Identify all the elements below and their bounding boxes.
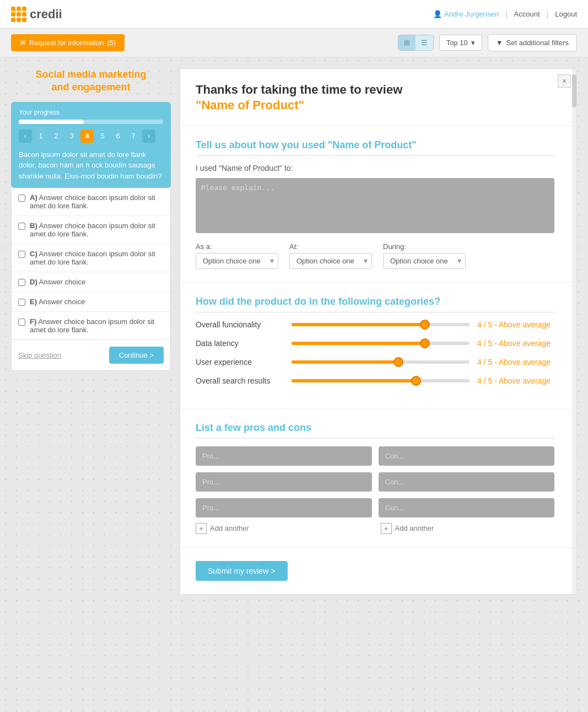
prev-page-button[interactable]: ‹ bbox=[19, 130, 32, 143]
filter-button[interactable]: ▼ Set additional filters bbox=[488, 34, 577, 51]
main-content: × Thanks for taking the time to review "… bbox=[180, 68, 577, 595]
list-view-button[interactable]: ☰ bbox=[416, 35, 433, 50]
top-select[interactable]: Top 10 ▾ bbox=[439, 35, 482, 51]
slider-container-2 bbox=[292, 339, 470, 348]
answer-checkbox-b[interactable] bbox=[18, 223, 25, 230]
account-link[interactable]: Account bbox=[514, 10, 540, 18]
during-select[interactable]: Option choice one Option choice two Opti… bbox=[383, 253, 466, 269]
as-a-select[interactable]: Option choice one Option choice two Opti… bbox=[196, 253, 278, 269]
usage-section: Tell us about how you used "Name of Prod… bbox=[180, 126, 576, 283]
answer-text-c: C) Answer choice bacon ipsum dolor sit a… bbox=[30, 250, 164, 266]
logo-grid-icon bbox=[11, 7, 26, 22]
view-toggle: ⊞ ☰ bbox=[398, 35, 434, 51]
next-page-button[interactable]: › bbox=[142, 130, 155, 143]
page-2[interactable]: 2 bbox=[50, 130, 63, 143]
add-con-label: Add another bbox=[395, 524, 434, 532]
thank-you-section: Thanks for taking the time to review "Na… bbox=[180, 69, 576, 126]
add-con-button[interactable]: + Add another bbox=[381, 523, 555, 534]
main-layout: Social media marketingand engagement You… bbox=[0, 57, 588, 606]
slider-container-4 bbox=[292, 376, 470, 385]
as-a-group: As a: Option choice one Option choice tw… bbox=[196, 242, 278, 269]
continue-button[interactable]: Continue > bbox=[109, 347, 164, 364]
con-input-3[interactable] bbox=[379, 498, 555, 517]
thank-you-heading: Thanks for taking the time to review "Na… bbox=[196, 82, 554, 112]
slider-fill-4 bbox=[292, 379, 416, 382]
during-label: During: bbox=[383, 242, 466, 251]
slider-thumb-4[interactable] bbox=[411, 376, 421, 386]
pro-input-3[interactable] bbox=[196, 498, 372, 517]
slider-track-4 bbox=[292, 379, 470, 382]
pro-input-1[interactable] bbox=[196, 446, 372, 466]
during-wrapper: Option choice one Option choice two Opti… bbox=[383, 253, 466, 269]
scrollbar-thumb[interactable] bbox=[572, 74, 576, 107]
slider-track-2 bbox=[292, 342, 470, 345]
page-1[interactable]: 1 bbox=[34, 130, 47, 143]
page-5[interactable]: 5 bbox=[96, 130, 109, 143]
filter-icon: ▼ bbox=[496, 39, 503, 47]
answer-checkbox-e[interactable] bbox=[18, 299, 25, 306]
grid-icon: ⊞ bbox=[404, 39, 410, 47]
rating-label-1: Overall funcionality bbox=[196, 320, 284, 329]
slider-thumb-1[interactable] bbox=[420, 320, 430, 330]
explain-textarea[interactable] bbox=[196, 178, 554, 233]
grid-view-button[interactable]: ⊞ bbox=[398, 35, 416, 50]
section3-heading: List a few pros and cons bbox=[196, 422, 554, 439]
submit-button[interactable]: Submit my review > bbox=[196, 561, 288, 581]
page-3[interactable]: 3 bbox=[65, 130, 78, 143]
page-7[interactable]: 7 bbox=[127, 130, 140, 143]
con-input-2[interactable] bbox=[379, 472, 555, 492]
at-select[interactable]: Option choice one Option choice two Opti… bbox=[289, 253, 372, 269]
rfi-label: Request for information bbox=[29, 39, 104, 47]
answer-checkbox-c[interactable] bbox=[18, 251, 25, 258]
close-button[interactable]: × bbox=[558, 74, 571, 88]
answer-item-d: D) Answer choice bbox=[12, 272, 170, 292]
answer-checkbox-d[interactable] bbox=[18, 279, 25, 286]
answer-text-b: B) Answer choice bacon ipsum dolor sit a… bbox=[30, 222, 164, 238]
sidebar-title: Social media marketingand engagement bbox=[11, 68, 171, 94]
slider-fill-1 bbox=[292, 323, 425, 326]
answer-item-e: E) Answer choice bbox=[12, 292, 170, 312]
add-another-row: + Add another + Add another bbox=[196, 523, 554, 534]
con-input-1[interactable] bbox=[379, 446, 555, 466]
pro-input-2[interactable] bbox=[196, 472, 372, 492]
slider-track-1 bbox=[292, 323, 470, 326]
toolbar: ✉ Request for information (5) ⊞ ☰ Top 10… bbox=[0, 29, 588, 57]
sidebar-question: Bacon ipsum dolor sit amet do lore flank… bbox=[19, 149, 163, 182]
skip-question-link[interactable]: Skip question bbox=[18, 351, 61, 359]
user-link[interactable]: 👤 Andre Jurgensen bbox=[433, 10, 499, 18]
at-label: At: bbox=[289, 242, 372, 251]
pros-cons-section: List a few pros and cons + Add another +… bbox=[180, 409, 576, 548]
envelope-icon: ✉ bbox=[20, 39, 26, 47]
slider-track-3 bbox=[292, 360, 470, 364]
slider-container-1 bbox=[292, 320, 470, 329]
slider-thumb-2[interactable] bbox=[420, 338, 430, 348]
answer-text-d: D) Answer choice bbox=[30, 278, 85, 286]
progress-bar-background bbox=[19, 120, 163, 124]
sidebar-footer: Skip question Continue > bbox=[11, 340, 171, 371]
answer-text-a: A) Answer choice bacon ipsum dolor sit a… bbox=[30, 193, 164, 210]
answer-text-e: E) Answer choice bbox=[30, 298, 85, 306]
rating-value-3: 4 / 5 - Above average bbox=[477, 358, 554, 366]
add-pro-button[interactable]: + Add another bbox=[196, 523, 370, 534]
as-a-label: As a: bbox=[196, 242, 278, 251]
rfi-button[interactable]: ✉ Request for information (5) bbox=[11, 34, 125, 51]
page-6[interactable]: 6 bbox=[111, 130, 125, 143]
ratings-section: How did the product do in the following … bbox=[180, 283, 576, 409]
progress-card: Your progress ‹ 1 2 3 4 5 6 7 › Bacon ip… bbox=[11, 102, 171, 188]
logout-link[interactable]: Logout bbox=[555, 10, 577, 18]
page-4[interactable]: 4 bbox=[80, 130, 94, 143]
answer-item-f: F) Answer choice bacon ipsum dolor sit a… bbox=[12, 312, 170, 339]
rating-row-1: Overall funcionality 4 / 5 - Above avera… bbox=[196, 320, 554, 329]
answer-checkbox-f[interactable] bbox=[18, 319, 25, 326]
used-label: I used "Name of Product" to: bbox=[196, 164, 554, 172]
filter-label: Set additional filters bbox=[506, 39, 569, 47]
rating-label-2: Data latency bbox=[196, 339, 284, 348]
logo-text: credii bbox=[30, 7, 62, 21]
answer-item-b: B) Answer choice bacon ipsum dolor sit a… bbox=[12, 216, 170, 244]
rating-row-2: Data latency 4 / 5 - Above average bbox=[196, 339, 554, 348]
rating-row-3: User experience 4 / 5 - Above average bbox=[196, 358, 554, 366]
answer-checkbox-a[interactable] bbox=[18, 195, 25, 202]
chevron-down-icon: ▾ bbox=[471, 39, 475, 47]
slider-thumb-3[interactable] bbox=[393, 357, 403, 367]
dropdowns-row: As a: Option choice one Option choice tw… bbox=[196, 242, 554, 269]
